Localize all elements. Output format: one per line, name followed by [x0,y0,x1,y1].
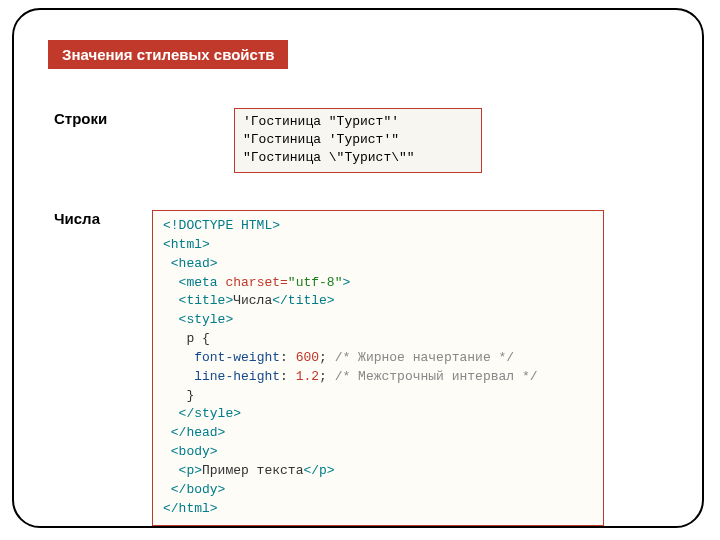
code-token: </p> [303,463,334,478]
code-token: </body> [171,482,226,497]
strings-example-box: 'Гостиница "Турист"' "Гостиница 'Турист'… [234,108,482,173]
string-example-line: "Гостиница \"Турист\"" [243,149,473,167]
string-example-line: 'Гостиница "Турист"' [243,113,473,131]
code-token: 1.2 [296,369,319,384]
code-token: <meta [179,275,218,290]
code-token: <p> [179,463,202,478]
code-token: Числа [233,293,272,308]
string-example-line: "Гостиница 'Турист'" [243,131,473,149]
code-token: <style> [179,312,234,327]
code-token: 600 [296,350,319,365]
code-token: /* Жирное начертание */ [327,350,514,365]
code-token: </head> [171,425,226,440]
code-token: ; [319,350,327,365]
slide-frame: Значения стилевых свойств Строки Числа '… [12,8,704,528]
code-token: font-weight [194,350,280,365]
slide-title-badge: Значения стилевых свойств [48,40,288,69]
code-token: > [342,275,350,290]
code-token: </html> [163,501,218,516]
code-token: <head> [171,256,218,271]
code-token: </title> [272,293,334,308]
code-token: line-height [194,369,280,384]
code-token: : [280,369,296,384]
code-token: <!DOCTYPE HTML> [163,218,280,233]
code-token: <title> [179,293,234,308]
code-example-box: <!DOCTYPE HTML> <html> <head> <meta char… [152,210,604,526]
code-token: Пример текста [202,463,303,478]
section-label-numbers: Числа [54,210,100,227]
code-token: /* Межстрочный интервал */ [327,369,538,384]
slide-title: Значения стилевых свойств [62,46,274,63]
code-token: <html> [163,237,210,252]
code-token: } [186,388,194,403]
code-token: p { [186,331,209,346]
code-token: : [280,350,296,365]
code-token: "utf-8" [288,275,343,290]
code-token: charset= [218,275,288,290]
code-token: <body> [171,444,218,459]
section-label-strings: Строки [54,110,107,127]
code-token: ; [319,369,327,384]
code-token: </style> [179,406,241,421]
